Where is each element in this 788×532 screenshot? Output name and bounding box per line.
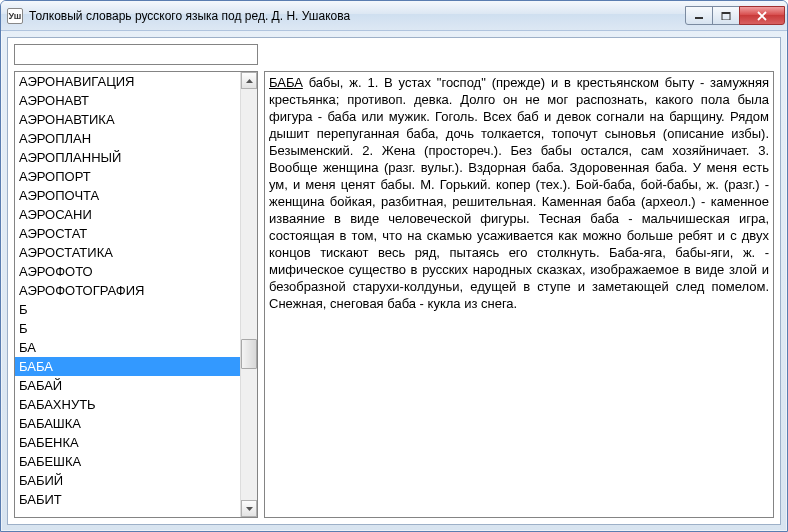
chevron-down-icon: [246, 507, 253, 511]
scroll-down-button[interactable]: [241, 500, 257, 517]
close-icon: [756, 11, 768, 21]
svg-rect-2: [722, 12, 730, 14]
close-button[interactable]: [739, 6, 785, 25]
list-item[interactable]: БА: [15, 338, 240, 357]
window-controls: [686, 6, 785, 25]
list-item[interactable]: АЭРОСТАТИКА: [15, 243, 240, 262]
window-title: Толковый словарь русского языка под ред.…: [29, 9, 686, 23]
headword: БАБА: [269, 75, 303, 90]
list-item[interactable]: БАБА: [15, 357, 240, 376]
definition-body: бабы, ж. 1. В устах "господ" (прежде) и …: [269, 75, 769, 311]
list-item[interactable]: БАБЕНКА: [15, 433, 240, 452]
list-item[interactable]: АЭРОНАВТИКА: [15, 110, 240, 129]
list-item[interactable]: БАБЕШКА: [15, 452, 240, 471]
minimize-icon: [694, 12, 704, 20]
definition-text: БАБА бабы, ж. 1. В устах "господ" (прежд…: [269, 74, 769, 312]
list-item[interactable]: АЭРОПЛАННЫЙ: [15, 148, 240, 167]
scroll-thumb[interactable]: [241, 339, 257, 369]
list-item[interactable]: АЭРОСТАТ: [15, 224, 240, 243]
content-panes: АЭРОНАВИГАЦИЯАЭРОНАВТАЭРОНАВТИКААЭРОПЛАН…: [8, 71, 780, 524]
maximize-button[interactable]: [712, 6, 740, 25]
chevron-up-icon: [246, 79, 253, 83]
list-item[interactable]: АЭРОФОТОГРАФИЯ: [15, 281, 240, 300]
list-item[interactable]: БАБАХНУТЬ: [15, 395, 240, 414]
app-icon: Уш: [7, 8, 23, 24]
list-item[interactable]: Б: [15, 300, 240, 319]
definition-pane: БАБА бабы, ж. 1. В устах "господ" (прежд…: [264, 71, 774, 518]
scroll-up-button[interactable]: [241, 72, 257, 89]
list-item[interactable]: АЭРОПОРТ: [15, 167, 240, 186]
minimize-button[interactable]: [685, 6, 713, 25]
list-item[interactable]: БАБИЙ: [15, 471, 240, 490]
titlebar[interactable]: Уш Толковый словарь русского языка под р…: [1, 1, 787, 31]
client-area: АЭРОНАВИГАЦИЯАЭРОНАВТАЭРОНАВТИКААЭРОПЛАН…: [7, 37, 781, 525]
word-list-pane: АЭРОНАВИГАЦИЯАЭРОНАВТАЭРОНАВТИКААЭРОПЛАН…: [14, 71, 258, 518]
search-row: [8, 38, 780, 71]
svg-rect-0: [695, 17, 703, 19]
list-item[interactable]: БАБАШКА: [15, 414, 240, 433]
list-item[interactable]: АЭРОНАВТ: [15, 91, 240, 110]
list-item[interactable]: АЭРОПЛАН: [15, 129, 240, 148]
search-input[interactable]: [14, 44, 258, 65]
list-item[interactable]: Б: [15, 319, 240, 338]
scroll-track[interactable]: [241, 89, 257, 500]
word-list-scrollbar[interactable]: [240, 72, 257, 517]
list-item[interactable]: АЭРОФОТО: [15, 262, 240, 281]
app-window: Уш Толковый словарь русского языка под р…: [0, 0, 788, 532]
list-item[interactable]: АЭРОПОЧТА: [15, 186, 240, 205]
list-item[interactable]: АЭРОСАНИ: [15, 205, 240, 224]
word-list-wrap: АЭРОНАВИГАЦИЯАЭРОНАВТАЭРОНАВТИКААЭРОПЛАН…: [15, 72, 240, 517]
maximize-icon: [721, 12, 731, 20]
list-item[interactable]: АЭРОНАВИГАЦИЯ: [15, 72, 240, 91]
list-item[interactable]: БАБИТ: [15, 490, 240, 509]
word-list[interactable]: АЭРОНАВИГАЦИЯАЭРОНАВТАЭРОНАВТИКААЭРОПЛАН…: [15, 72, 240, 509]
list-item[interactable]: БАБАЙ: [15, 376, 240, 395]
